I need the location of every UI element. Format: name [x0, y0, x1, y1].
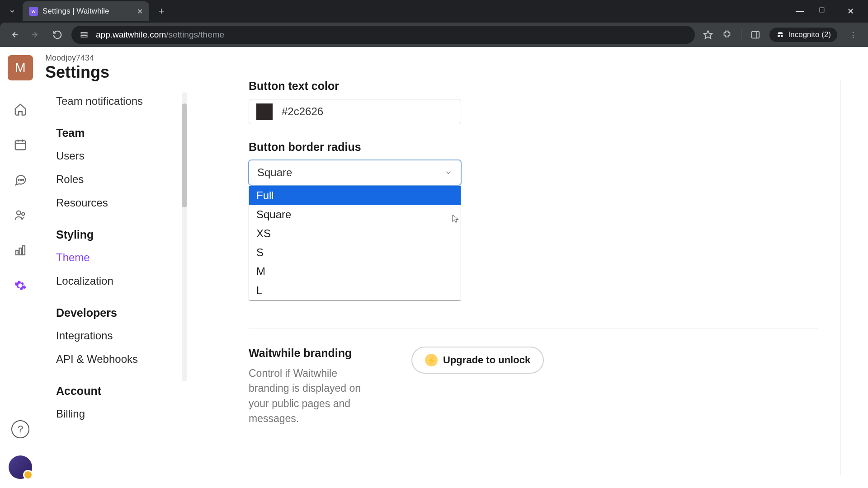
svg-rect-6 [751, 32, 759, 38]
url-field[interactable]: app.waitwhile.com/settings/theme [71, 26, 695, 44]
svg-point-15 [20, 179, 22, 181]
sidebar-scrollbar-thumb[interactable] [182, 103, 187, 207]
nav-home-icon[interactable] [9, 98, 32, 121]
nav-back-button[interactable] [6, 27, 22, 42]
svg-rect-4 [81, 36, 87, 37]
svg-point-17 [17, 211, 21, 215]
option-xs[interactable]: XS [249, 224, 461, 243]
incognito-chip[interactable]: Incognito (2) [769, 28, 838, 42]
browser-tab[interactable]: w Settings | Waitwhile ✕ [23, 1, 149, 21]
profile-avatar[interactable] [9, 455, 32, 479]
svg-rect-10 [15, 141, 26, 150]
sidebar-item-localization[interactable]: Localization [56, 269, 181, 293]
border-radius-value: Square [257, 166, 292, 179]
svg-rect-3 [81, 33, 87, 34]
sidebar-item-resources[interactable]: Resources [56, 191, 181, 215]
option-s[interactable]: S [249, 243, 461, 262]
svg-point-8 [778, 35, 780, 37]
bolt-icon: ⚡ [425, 354, 438, 366]
nav-analytics-icon[interactable] [9, 239, 32, 262]
svg-rect-20 [19, 248, 22, 255]
svg-marker-5 [703, 31, 712, 38]
site-info-icon[interactable] [79, 29, 90, 40]
branding-title: Waitwhile branding [249, 347, 380, 360]
help-button[interactable]: ? [11, 420, 29, 438]
sidebar-heading-team: Team [56, 127, 181, 140]
settings-sidebar: Team notifications Team Users Roles Reso… [47, 92, 190, 488]
sidebar-item-theme[interactable]: Theme [56, 246, 181, 269]
upgrade-label: Upgrade to unlock [443, 354, 530, 366]
nav-forward-button[interactable] [28, 27, 43, 42]
sidebar-item-api-webhooks[interactable]: API & Webhooks [56, 347, 181, 371]
sidebar-item-integrations[interactable]: Integrations [56, 324, 181, 347]
svg-point-16 [23, 179, 24, 181]
nav-team-icon[interactable] [9, 203, 32, 227]
window-controls: — ✕ [793, 6, 868, 16]
border-radius-select[interactable]: Square Full Square XS S M L [249, 160, 461, 185]
window-close-button[interactable]: ✕ [844, 6, 857, 16]
sidebar-item-team-notifications[interactable]: Team notifications [56, 92, 181, 113]
org-avatar[interactable]: M [8, 55, 33, 80]
sidebar-heading-account: Account [56, 385, 181, 398]
new-tab-button[interactable]: + [154, 4, 169, 19]
window-minimize-button[interactable]: — [793, 6, 807, 16]
address-bar: app.waitwhile.com/settings/theme Incogni… [0, 23, 868, 47]
option-m[interactable]: M [249, 262, 461, 281]
sidebar-heading-developers: Developers [56, 306, 181, 319]
svg-rect-21 [23, 246, 25, 255]
nav-chat-icon[interactable] [9, 168, 32, 192]
nav-reload-button[interactable] [50, 27, 65, 42]
svg-point-14 [18, 179, 19, 181]
sidepanel-icon[interactable] [750, 30, 760, 40]
window-maximize-button[interactable] [818, 6, 832, 16]
tab-close-button[interactable]: ✕ [137, 7, 143, 16]
tab-search-dropdown[interactable] [5, 4, 20, 19]
option-square[interactable]: Square [249, 205, 461, 224]
tab-title: Settings | Waitwhile [42, 7, 132, 16]
chevron-down-icon [444, 169, 453, 177]
color-swatch[interactable] [256, 103, 273, 120]
sidebar-item-users[interactable]: Users [56, 144, 181, 168]
svg-rect-19 [16, 250, 18, 255]
color-value-text: #2c2626 [282, 105, 323, 118]
nav-rail: M ? [0, 47, 41, 488]
border-radius-label: Button border radius [249, 141, 818, 154]
svg-point-18 [22, 212, 24, 215]
option-full[interactable]: Full [249, 186, 461, 205]
upgrade-button[interactable]: ⚡ Upgrade to unlock [411, 347, 544, 374]
tab-bar: w Settings | Waitwhile ✕ + — ✕ [0, 0, 868, 23]
extensions-icon[interactable] [722, 30, 732, 40]
border-radius-dropdown: Full Square XS S M L [249, 186, 461, 300]
sidebar-item-roles[interactable]: Roles [56, 168, 181, 191]
url-text: app.waitwhile.com/settings/theme [96, 30, 224, 40]
button-text-color-input[interactable]: #2c2626 [249, 99, 461, 124]
sidebar-item-billing[interactable]: Billing [56, 402, 181, 426]
svg-rect-0 [820, 8, 824, 12]
nav-settings-icon[interactable] [9, 274, 32, 297]
nav-calendar-icon[interactable] [9, 133, 32, 156]
bookmark-icon[interactable] [703, 30, 713, 40]
option-l[interactable]: L [249, 281, 461, 300]
favicon-icon: w [29, 7, 38, 16]
svg-point-9 [780, 35, 783, 37]
sidebar-heading-styling: Styling [56, 228, 181, 241]
branding-description: Control if Waitwhile branding is display… [249, 366, 380, 426]
browser-menu-button[interactable]: ⋮ [846, 31, 860, 39]
button-text-color-label: Button text color [249, 80, 818, 93]
